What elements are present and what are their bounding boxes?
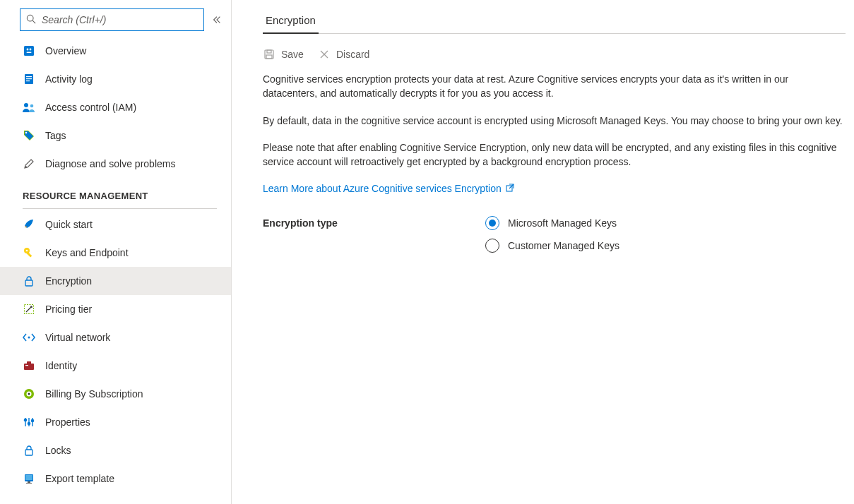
collapse-sidebar-button[interactable]: [210, 13, 224, 27]
properties-icon: [23, 416, 35, 428]
sidebar-item-identity[interactable]: Identity: [0, 352, 231, 380]
svg-rect-39: [266, 55, 272, 59]
sidebar-item-diagnose[interactable]: Diagnose and solve problems: [0, 150, 231, 178]
export-icon: [23, 472, 35, 485]
radio-microsoft-managed[interactable]: Microsoft Managed Keys: [485, 216, 619, 230]
svg-rect-22: [25, 365, 28, 366]
sidebar-item-pricing[interactable]: Pricing tier: [0, 295, 231, 323]
diagnose-icon: [23, 157, 35, 170]
activity-log-icon: [23, 73, 35, 85]
svg-rect-5: [27, 52, 32, 54]
keys-icon: [23, 246, 35, 259]
search-input[interactable]: [42, 14, 198, 25]
search-row: [0, 0, 231, 37]
discard-label: Discard: [336, 49, 369, 60]
sidebar-item-virtual-network[interactable]: Virtual network: [0, 323, 231, 352]
encryption-type-group: Microsoft Managed Keys Customer Managed …: [485, 216, 619, 253]
learn-more-link[interactable]: Learn More about Azure Cognitive service…: [263, 181, 514, 196]
svg-rect-32: [25, 450, 32, 455]
learn-more-label: Learn More about Azure Cognitive service…: [263, 181, 502, 196]
sidebar: Overview Activity log Access control (IA…: [0, 0, 232, 504]
main-content: Encryption Save Discard Cognitive servic…: [232, 0, 854, 504]
tab-encryption[interactable]: Encryption: [263, 10, 319, 33]
encryption-type-label: Encryption type: [263, 216, 485, 253]
svg-rect-38: [267, 50, 271, 53]
svg-rect-35: [28, 481, 30, 483]
billing-icon: [23, 388, 35, 400]
svg-point-3: [27, 49, 29, 51]
svg-point-25: [28, 393, 30, 395]
search-input-wrapper[interactable]: [20, 8, 204, 31]
save-label: Save: [281, 49, 304, 60]
sidebar-item-properties[interactable]: Properties: [0, 408, 231, 436]
body-p2: By default, data in the cognitive servic…: [263, 114, 846, 128]
pricing-icon: [23, 303, 35, 316]
svg-rect-17: [25, 280, 32, 286]
sidebar-item-label: Quick start: [45, 219, 93, 230]
svg-point-13: [25, 166, 27, 168]
sidebar-item-label: Encryption: [45, 275, 92, 287]
svg-point-12: [25, 132, 28, 134]
svg-rect-34: [25, 475, 32, 480]
save-button[interactable]: Save: [263, 48, 304, 61]
save-icon: [263, 48, 275, 61]
body-text: Cognitive services encryption protects y…: [263, 72, 846, 196]
sidebar-item-label: Overview: [45, 45, 86, 56]
radio-circle-icon: [485, 239, 499, 253]
vnet-icon: [23, 331, 35, 344]
sidebar-item-label: Diagnose and solve problems: [45, 158, 175, 169]
sidebar-item-keys[interactable]: Keys and Endpoint: [0, 239, 231, 267]
sidebar-item-label: Keys and Endpoint: [45, 247, 129, 258]
discard-icon: [318, 48, 331, 61]
overview-icon: [23, 44, 35, 57]
sidebar-item-label: Tags: [45, 130, 66, 141]
sidebar-item-label: Access control (IAM): [45, 102, 136, 113]
quick-start-icon: [23, 218, 35, 231]
svg-rect-7: [26, 76, 32, 77]
access-control-icon: [23, 101, 35, 114]
svg-line-1: [32, 20, 35, 23]
sidebar-item-activity-log[interactable]: Activity log: [0, 65, 231, 93]
sidebar-item-label: Virtual network: [45, 332, 110, 343]
nav-section-header: RESOURCE MANAGEMENT: [0, 178, 231, 205]
sidebar-item-label: Activity log: [45, 73, 93, 85]
svg-point-4: [30, 49, 32, 51]
sidebar-item-billing[interactable]: Billing By Subscription: [0, 380, 231, 408]
svg-rect-15: [26, 252, 32, 258]
radio-circle-icon: [485, 216, 499, 230]
svg-point-19: [28, 337, 30, 339]
svg-point-29: [24, 419, 26, 421]
sidebar-item-label: Properties: [45, 416, 90, 428]
sidebar-item-label: Billing By Subscription: [45, 388, 143, 400]
svg-point-0: [27, 15, 33, 21]
sidebar-item-label: Export template: [45, 473, 114, 484]
svg-rect-2: [24, 46, 34, 56]
sidebar-item-quick-start[interactable]: Quick start: [0, 210, 231, 239]
encryption-type-row: Encryption type Microsoft Managed Keys C…: [263, 216, 846, 253]
sidebar-item-access-control[interactable]: Access control (IAM): [0, 93, 231, 121]
sidebar-item-overview[interactable]: Overview: [0, 37, 231, 65]
svg-point-10: [24, 103, 28, 107]
radio-customer-managed[interactable]: Customer Managed Keys: [485, 239, 619, 253]
radio-label: Microsoft Managed Keys: [508, 217, 617, 229]
sidebar-item-encryption[interactable]: Encryption: [0, 267, 231, 295]
discard-button[interactable]: Discard: [318, 48, 369, 61]
sidebar-item-locks[interactable]: Locks: [0, 436, 231, 464]
svg-point-11: [30, 104, 34, 108]
body-p1: Cognitive services encryption protects y…: [263, 72, 846, 101]
nav-scroll[interactable]: Overview Activity log Access control (IA…: [0, 37, 231, 504]
nav-divider: [23, 208, 217, 209]
encryption-icon: [23, 275, 35, 287]
sidebar-item-export[interactable]: Export template: [0, 464, 231, 493]
svg-rect-9: [26, 80, 30, 81]
locks-icon: [23, 444, 35, 457]
svg-rect-8: [26, 78, 32, 79]
sidebar-item-tags[interactable]: Tags: [0, 121, 231, 150]
identity-icon: [23, 359, 35, 372]
body-p3: Please note that after enabling Cognitiv…: [263, 140, 846, 169]
sidebar-item-label: Pricing tier: [45, 304, 92, 315]
svg-point-31: [31, 419, 33, 421]
svg-rect-21: [27, 361, 31, 364]
svg-rect-36: [26, 483, 32, 484]
radio-label: Customer Managed Keys: [508, 240, 619, 251]
